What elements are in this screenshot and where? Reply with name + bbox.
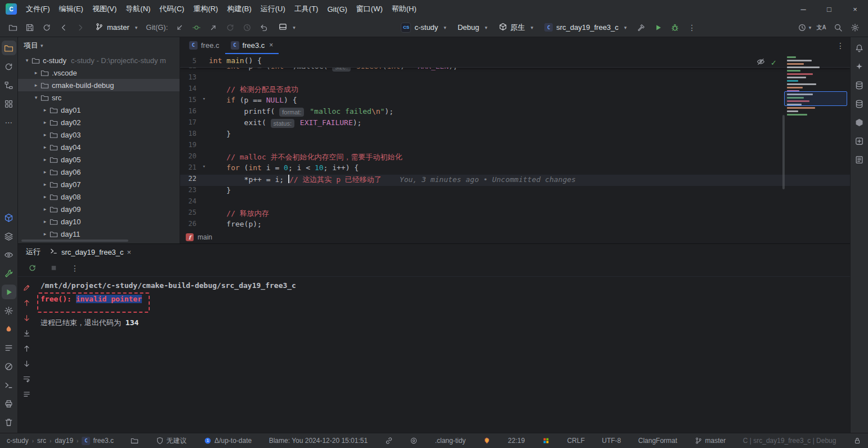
run-tab-close-icon[interactable]: × — [127, 248, 132, 256]
menu-item-1[interactable]: 编辑(E) — [55, 0, 88, 18]
code-line[interactable]: 20 // malloc 并不会初始化内存空间，需要手动初始化 — [180, 152, 850, 163]
notifications-bell-tool-button[interactable] — [852, 41, 867, 55]
chevron-down-icon[interactable]: ▾ — [32, 95, 41, 100]
build-type-widget[interactable]: Debug — [454, 21, 491, 33]
build-hammer-button[interactable] — [634, 20, 648, 35]
database-tool-button[interactable] — [852, 78, 867, 92]
tree-item[interactable]: ▸cmake-build-debug — [18, 79, 180, 91]
code-line[interactable]: 19 — [180, 141, 850, 152]
menu-item-0[interactable]: 文件(F) — [21, 0, 55, 18]
status-widget-llvm-dragon[interactable] — [483, 437, 491, 445]
scroll-end-button[interactable] — [20, 328, 33, 338]
code-line[interactable]: 17 exit( status: EXIT_FAILURE); — [180, 118, 850, 130]
save-button[interactable] — [23, 20, 37, 35]
tree-item[interactable]: ▸day06 — [18, 166, 180, 178]
search-button[interactable] — [831, 20, 845, 35]
menu-item-2[interactable]: 视图(V) — [88, 0, 121, 18]
profiler-flame-tool-button[interactable] — [2, 322, 16, 336]
tab-close-icon[interactable]: × — [269, 41, 273, 49]
run-play-tool-button[interactable] — [2, 285, 16, 299]
code-line[interactable]: 16 printf( format: "malloc failed\n"); — [180, 107, 850, 118]
pencil-button[interactable] — [20, 282, 33, 292]
printer-tool-button[interactable] — [2, 396, 16, 411]
forward-button[interactable] — [73, 20, 88, 35]
minimap-viewport[interactable] — [784, 91, 847, 106]
code-line[interactable]: 22 *p++ = i; // 这边其实 p 已经移动了You, 3 minut… — [180, 175, 850, 186]
plugins-tool-button[interactable] — [2, 96, 16, 111]
code-line[interactable]: 5int main() { — [180, 55, 850, 67]
editor-vscrollbar[interactable] — [782, 115, 785, 189]
chevron-right-icon[interactable]: ▸ — [41, 206, 50, 212]
close-button[interactable]: × — [842, 0, 868, 18]
chevron-right-icon[interactable]: ▸ — [41, 107, 50, 113]
chevron-right-icon[interactable]: ▸ — [41, 157, 50, 162]
status-widget-lock[interactable] — [853, 437, 861, 445]
menu-item-9[interactable]: Git(G) — [323, 0, 351, 18]
status-widget[interactable]: 22:19 — [508, 437, 525, 445]
open-folder-button[interactable] — [6, 20, 20, 35]
chevron-down-icon[interactable]: ▾ — [23, 57, 32, 63]
menu-item-3[interactable]: 导航(N) — [121, 0, 155, 18]
status-widget[interactable]: UTF-8 — [602, 437, 621, 445]
tab-free-c[interactable]: C free.c — [184, 37, 225, 54]
build-wrench-tool-button[interactable] — [2, 266, 16, 281]
status-widget[interactable]: .clang-tidy — [435, 437, 466, 445]
chevron-right-icon[interactable]: ▸ — [41, 231, 50, 237]
chevron-right-icon[interactable]: ▸ — [41, 181, 50, 187]
tree-item[interactable]: ▸day02 — [18, 116, 180, 128]
dependencies-tool-button[interactable] — [852, 134, 867, 148]
tree-item[interactable]: ▸.vscode — [18, 66, 180, 79]
run-tab[interactable]: src_day19_free3_c × — [50, 247, 131, 257]
database-sync-tool-button[interactable] — [852, 96, 867, 111]
chevron-right-icon[interactable]: ▸ — [32, 82, 41, 88]
code-line[interactable]: 23 } — [180, 186, 850, 197]
status-widget-shield[interactable]: 无建议 — [156, 436, 187, 446]
services-layers-tool-button[interactable] — [2, 229, 16, 243]
menu-item-10[interactable]: 窗口(W) — [352, 0, 387, 18]
code-line[interactable]: 18 } — [180, 130, 850, 141]
code-line[interactable]: 14 // 检测分配是否成功 — [180, 85, 850, 96]
tree-item[interactable]: ▸day03 — [18, 128, 180, 141]
console-output[interactable]: /mnt/d/project/c-study/cmake-build-debug… — [35, 277, 850, 433]
menu-item-5[interactable]: 重构(R) — [189, 0, 222, 18]
status-breadcrumb[interactable]: day19 — [55, 437, 73, 445]
status-widget-git-branch[interactable]: master — [695, 437, 726, 445]
tree-item[interactable]: ▾c-studyc-study - D:\project\c-study m — [18, 54, 180, 66]
tab-free3-c[interactable]: C free3.c × — [225, 37, 279, 54]
arrow-down-button[interactable] — [20, 313, 33, 323]
tab-options-button[interactable]: ⋮ — [836, 37, 850, 54]
chevron-right-icon[interactable]: ▸ — [41, 144, 50, 150]
tree-item[interactable]: ▸day04 — [18, 141, 180, 153]
documentation-tool-button[interactable] — [852, 152, 867, 167]
layout-widget[interactable] — [275, 21, 299, 34]
tree-item[interactable]: ▾src — [18, 91, 180, 104]
vcs-update-tool-button[interactable] — [2, 59, 16, 74]
status-widget-color-squares[interactable] — [542, 437, 550, 445]
more-vdots-button[interactable]: ⋮ — [68, 261, 82, 276]
app-logo-icon[interactable]: C — [6, 3, 17, 15]
project-hscrollbar[interactable] — [21, 239, 128, 242]
settings-gear-button[interactable] — [848, 20, 862, 35]
fold-chevron-icon[interactable]: ▾ — [199, 163, 209, 175]
inspection-eye-tool-button[interactable] — [2, 247, 16, 262]
tree-item[interactable]: ▸day07 — [18, 178, 180, 190]
translate-button[interactable]: 文A — [814, 20, 829, 35]
chevron-right-icon[interactable]: ▸ — [41, 119, 50, 125]
tree-item[interactable]: ▸day10 — [18, 215, 180, 228]
menu-item-7[interactable]: 运行(U) — [256, 0, 290, 18]
cmake-cube-tool-button[interactable] — [2, 210, 16, 225]
code-line[interactable]: 13 — [180, 73, 850, 85]
chevron-right-icon[interactable]: ▸ — [41, 194, 50, 199]
maximize-button[interactable]: □ — [816, 0, 842, 18]
rerun-button[interactable] — [25, 261, 39, 276]
hide-inspections-icon[interactable] — [757, 57, 765, 68]
trash-tool-button[interactable] — [2, 415, 16, 429]
docker-cube-tool-button[interactable] — [852, 115, 867, 130]
arrow-down-button[interactable] — [20, 358, 33, 369]
status-widget-folder-muted[interactable] — [131, 437, 138, 445]
tree-item[interactable]: ▸day05 — [18, 153, 180, 166]
update-arrow-button[interactable] — [172, 20, 187, 35]
status-widget-link[interactable] — [385, 437, 393, 445]
menu-item-8[interactable]: 工具(T) — [290, 0, 323, 18]
chevron-right-icon[interactable]: ▸ — [41, 219, 50, 224]
